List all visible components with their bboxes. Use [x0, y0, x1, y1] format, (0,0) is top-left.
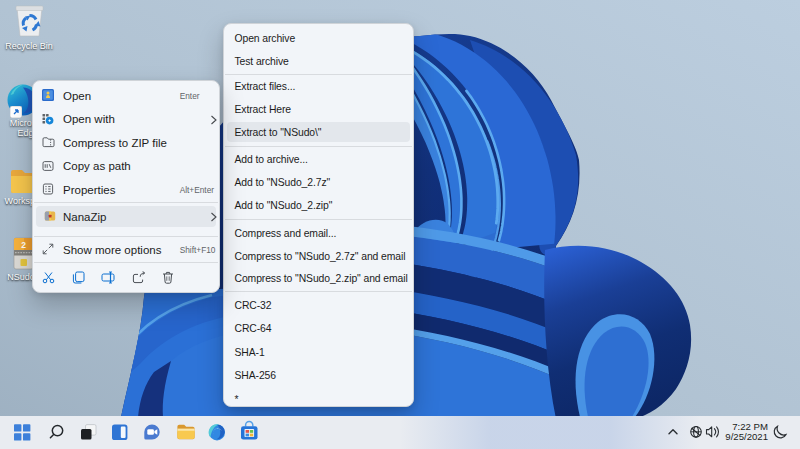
- svg-text:2: 2: [21, 240, 26, 250]
